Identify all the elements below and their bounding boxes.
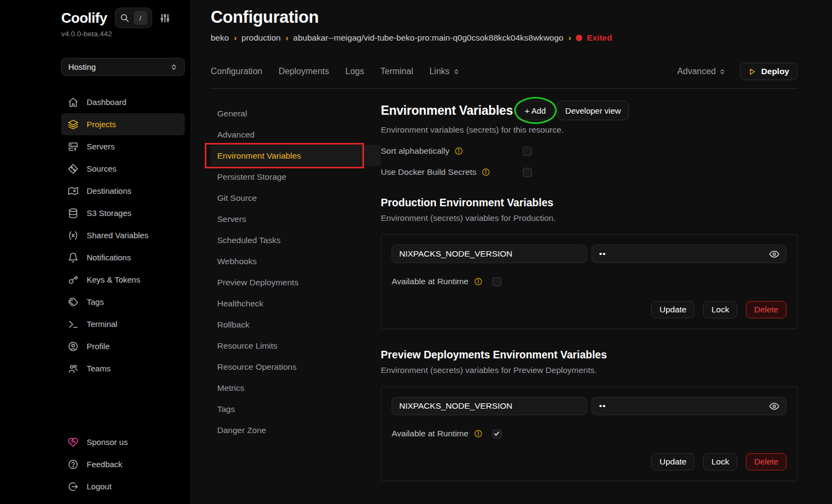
sort-alphabetically-label: Sort alphabetically [381, 146, 450, 156]
submenu-item-resource-operations[interactable]: Resource Operations [211, 356, 381, 377]
submenu-item-danger-zone[interactable]: Danger Zone [211, 420, 381, 441]
app-version: v4.0.0-beta.442 [61, 30, 185, 38]
chevron-updown-icon [719, 68, 726, 75]
deploy-button[interactable]: Deploy [740, 63, 797, 80]
submenu-item-general[interactable]: General [211, 103, 381, 124]
eye-icon[interactable] [769, 245, 780, 263]
sidebar-item-projects[interactable]: Projects [61, 113, 185, 135]
sidebar-item-s3-storages[interactable]: S3 Storages [61, 202, 185, 224]
submenu-item-preview-deployments[interactable]: Preview Deployments [211, 272, 381, 293]
sidebar-item-terminal[interactable]: Terminal [61, 313, 185, 335]
search-shortcut-key: / [134, 11, 147, 25]
sidebar-item-sponsor-us[interactable]: Sponsor us [61, 431, 185, 453]
available-at-runtime-checkbox[interactable] [492, 277, 502, 286]
sidebar-item-label: Projects [87, 120, 116, 129]
breadcrumb-team[interactable]: beko [211, 33, 229, 43]
tab-links[interactable]: Links [430, 67, 460, 76]
info-icon [474, 277, 483, 286]
sidebar-item-label: Teams [87, 364, 110, 373]
logo-row: Coolify / [61, 8, 185, 28]
submenu-item-persistent-storage[interactable]: Persistent Storage [211, 166, 381, 187]
sidebar-item-label: Feedback [87, 460, 122, 469]
eye-icon[interactable] [769, 397, 780, 415]
sidebar-item-feedback[interactable]: Feedback [61, 453, 185, 475]
submenu-item-environment-variables[interactable]: Environment Variables [211, 145, 381, 166]
tab-logs[interactable]: Logs [346, 67, 365, 76]
submenu-item-resource-limits[interactable]: Resource Limits [211, 335, 381, 356]
lock-button[interactable]: Lock [703, 301, 737, 318]
users-icon [68, 363, 79, 374]
lock-button[interactable]: Lock [703, 453, 737, 470]
tab-deployments[interactable]: Deployments [278, 67, 329, 76]
page-title: Configuration [211, 8, 797, 27]
available-at-runtime-row: Available at Runtime [392, 277, 786, 286]
submenu-item-webhooks[interactable]: Webhooks [211, 251, 381, 272]
sidebar-item-label: Keys & Tokens [87, 275, 140, 284]
variable-value-input[interactable] [592, 397, 786, 415]
tab-configuration[interactable]: Configuration [211, 67, 262, 76]
user-circle-icon [68, 341, 79, 352]
developer-view-button[interactable]: Developer view [557, 101, 629, 120]
advanced-dropdown[interactable]: Advanced [677, 67, 726, 76]
sidebar-item-notifications[interactable]: Notifications [61, 246, 185, 269]
variable-value-input[interactable] [592, 245, 786, 263]
sidebar-item-label: Servers [87, 142, 115, 151]
team-selector[interactable]: Hosting [61, 58, 185, 76]
sidebar-item-keys-tokens[interactable]: Keys & Tokens [61, 269, 185, 291]
sidebar-item-sources[interactable]: Sources [61, 158, 185, 180]
variable-card: Available at Runtime Update Lock Delet [381, 234, 797, 329]
submenu-item-metrics[interactable]: Metrics [211, 377, 381, 398]
sliders-icon[interactable] [160, 13, 170, 23]
section-subtitle: Environment variables (secrets) for this… [381, 125, 797, 135]
coolify-app: Coolify / v4.0.0-beta.442 Hosting Dashbo… [0, 0, 832, 504]
sidebar-item-label: Tags [87, 297, 104, 306]
variable-name-input[interactable] [392, 397, 587, 415]
deploy-button-label: Deploy [761, 67, 789, 76]
layers-icon [68, 119, 79, 130]
submenu-item-scheduled-tasks[interactable]: Scheduled Tasks [211, 230, 381, 251]
sidebar-item-profile[interactable]: Profile [61, 335, 185, 357]
preview-section-subtitle: Environment (secrets) variables for Prev… [381, 365, 797, 375]
sidebar-item-destinations[interactable]: Destinations [61, 180, 185, 202]
status-dot-icon [576, 35, 582, 41]
breadcrumb-environment[interactable]: production [242, 33, 281, 43]
sidebar-item-label: Shared Variables [87, 231, 148, 240]
sidebar-item-logout[interactable]: Logout [61, 475, 185, 498]
sidebar-item-label: Notifications [87, 253, 131, 262]
update-button[interactable]: Update [651, 301, 694, 318]
advanced-dropdown-label: Advanced [677, 67, 716, 76]
sidebar-item-tags[interactable]: Tags [61, 291, 185, 313]
docker-build-secrets-label: Use Docker Build Secrets [381, 167, 477, 177]
sidebar-item-teams[interactable]: Teams [61, 357, 185, 379]
available-at-runtime-checkbox[interactable] [492, 429, 502, 438]
submenu-item-tags[interactable]: Tags [211, 398, 381, 420]
add-variable-button[interactable]: + Add [516, 101, 555, 120]
update-button[interactable]: Update [651, 453, 694, 470]
sidebar-item-shared-variables[interactable]: Shared Variables [61, 224, 185, 246]
tab-links-label: Links [430, 67, 450, 76]
delete-button[interactable]: Delete [746, 301, 786, 318]
sidebar-item-servers[interactable]: Servers [61, 135, 185, 158]
info-icon [474, 429, 483, 438]
main-panel: Configuration beko › production › abubak… [191, 0, 832, 504]
sidebar-footer: Sponsor us Feedback Logout [61, 431, 185, 498]
variable-icon [68, 230, 79, 241]
submenu-item-servers[interactable]: Servers [211, 208, 381, 230]
sidebar-item-label: Terminal [87, 319, 118, 329]
variable-name-input[interactable] [392, 245, 587, 263]
sort-alphabetically-checkbox[interactable] [523, 147, 532, 156]
docker-build-secrets-checkbox[interactable] [523, 168, 532, 177]
home-icon [68, 97, 79, 108]
submenu-item-advanced[interactable]: Advanced [211, 124, 381, 145]
tab-terminal[interactable]: Terminal [380, 67, 413, 76]
delete-button[interactable]: Delete [746, 453, 786, 470]
search-button[interactable]: / [115, 8, 152, 28]
submenu-item-healthcheck[interactable]: Healthcheck [211, 293, 381, 314]
app-logo: Coolify [61, 10, 107, 27]
submenu-item-git-source[interactable]: Git Source [211, 187, 381, 208]
chevron-right-icon: › [568, 33, 571, 43]
submenu-item-rollback[interactable]: Rollback [211, 314, 381, 335]
heart-icon [68, 437, 79, 448]
sidebar-item-dashboard[interactable]: Dashboard [61, 91, 185, 113]
breadcrumb-resource[interactable]: abubakar--meigag/vid-tube-beko-pro:main-… [293, 33, 563, 43]
